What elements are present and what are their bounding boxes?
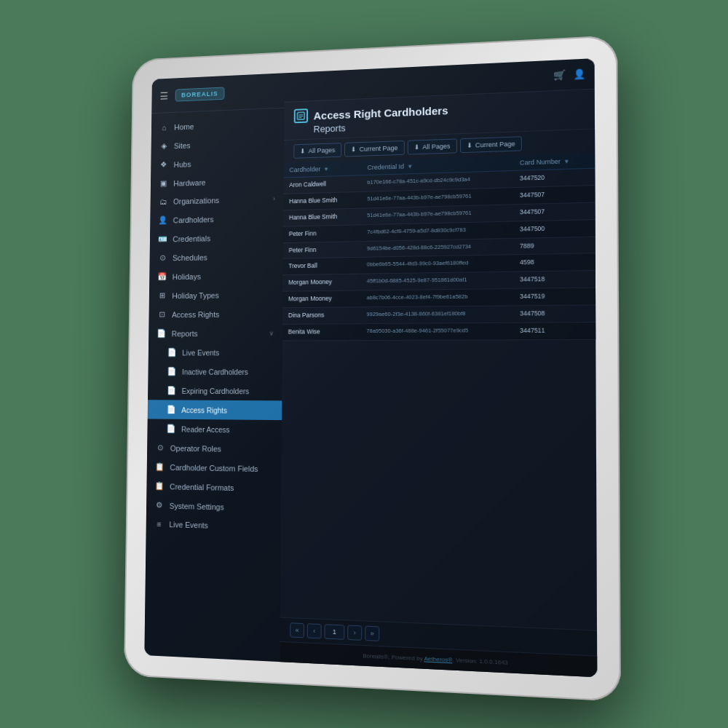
table-row[interactable]: Benita Wise 78a95030-a36f-488e-9461-2f55… (282, 323, 596, 341)
tablet-screen: ☰ BOREALIS ⌂ Home ◈ Sites ❖ Hubs ▣ (144, 58, 597, 677)
cell-credential: 78a95030-a36f-488e-9461-2f55077e9cd5 (361, 323, 514, 340)
sidebar-item-live-events[interactable]: 📄 Live Events (149, 342, 282, 362)
sidebar-item-holidays[interactable]: 📅 Holidays (149, 265, 283, 286)
cell-name: Peter Finn (283, 224, 361, 242)
sidebar-label-credentials: Credentials (173, 234, 210, 243)
svg-rect-0 (298, 112, 305, 119)
sidebar-label-credential-formats: Credential Formats (170, 482, 234, 492)
sidebar-label-expiring-cardholders: Expiring Cardholders (182, 387, 250, 395)
filter-credential-icon[interactable]: ▼ (407, 163, 413, 170)
export-all-pages-label-2: All Pages (422, 143, 450, 151)
sidebar-label-cardholder-custom: Cardholder Custom Fields (170, 463, 258, 473)
credentials-icon: 🪪 (158, 234, 167, 244)
cell-card: 3447519 (514, 288, 596, 306)
last-page-btn[interactable]: » (365, 626, 379, 641)
sidebar-item-holiday-types[interactable]: ⊞ Holiday Types (149, 285, 283, 305)
download-icon-2: ⬇ (351, 146, 357, 153)
download-icon-4: ⬇ (467, 142, 472, 149)
cardholder-custom-icon: 📋 (155, 462, 165, 472)
footer-link[interactable]: Aetheros® (424, 655, 452, 663)
sidebar-item-live-events-bottom[interactable]: ≡ Live Events (146, 515, 281, 537)
sidebar-label-operator-roles: Operator Roles (170, 443, 221, 453)
organizations-icon: 🗂 (159, 197, 168, 206)
reports-icon: 📄 (157, 329, 166, 339)
sidebar-item-expiring-cardholders[interactable]: 📄 Expiring Cardholders (148, 381, 282, 400)
hamburger-icon[interactable]: ☰ (159, 90, 168, 101)
sidebar-item-access-rights[interactable]: ⊡ Access Rights (149, 304, 282, 324)
filter-card-icon[interactable]: ▼ (563, 158, 569, 165)
footer-text: Borealis®, Powered by Aetheros®. Version… (363, 652, 507, 666)
cell-credential: 9929ae60-2f3e-4138-860f-6381ef180bf8 (361, 306, 514, 324)
sidebar-label-home: Home (174, 122, 194, 131)
col-card-number[interactable]: Card Number ▼ (514, 153, 596, 170)
credential-formats-icon: 📋 (154, 481, 164, 491)
sidebar-item-reports[interactable]: 📄 Reports ∨ (149, 323, 282, 343)
sidebar-label-cardholders: Cardholders (173, 215, 214, 224)
cardholders-icon: 👤 (158, 215, 167, 225)
holiday-types-icon: ⊞ (157, 291, 167, 301)
sidebar-label-hubs: Hubs (174, 159, 191, 168)
hardware-icon: ▣ (159, 178, 168, 188)
chevron-down-icon: ∨ (269, 329, 274, 336)
sidebar-label-hardware: Hardware (173, 178, 205, 187)
sidebar-item-reader-access[interactable]: 📄 Reader Access (147, 419, 282, 439)
export-current-page-btn[interactable]: ⬇ Current Page (344, 141, 404, 157)
data-table: Cardholder ▼ Credential Id ▼ (282, 153, 596, 341)
first-page-btn[interactable]: « (290, 622, 304, 638)
home-icon: ⌂ (159, 123, 169, 132)
export-current-page-label: Current Page (360, 144, 398, 153)
filter-cardholder-icon[interactable]: ▼ (323, 165, 329, 172)
cell-card: 4598 (514, 253, 596, 272)
sidebar-item-credential-formats[interactable]: 📋 Credential Formats (146, 476, 281, 498)
sidebar-item-cardholder-custom[interactable]: 📋 Cardholder Custom Fields (147, 457, 282, 479)
page-icon (294, 108, 308, 123)
cell-name: Aron Caldwell (284, 175, 362, 194)
export-all-pages-btn[interactable]: ⬇ All Pages (293, 143, 341, 159)
cell-card: 3447520 (514, 168, 596, 187)
prev-page-btn[interactable]: ‹ (307, 623, 322, 638)
table-container: Cardholder ▼ Credential Id ▼ (280, 153, 597, 630)
cell-credential: 45ff1b0d-6885-4525-9e87-951861d00af1 (361, 272, 514, 290)
sidebar-label-reports: Reports (172, 329, 198, 338)
sidebar-item-operator-roles[interactable]: ⊙ Operator Roles (147, 438, 282, 459)
cell-card: 3447508 (514, 305, 596, 323)
cell-name: Trevor Ball (283, 258, 362, 275)
hubs-icon: ❖ (159, 160, 168, 170)
sidebar-nav: ⌂ Home ◈ Sites ❖ Hubs ▣ Hardware 🗂 Or (144, 108, 284, 662)
sidebar-item-schedules[interactable]: ⊙ Schedules (149, 246, 282, 267)
download-icon-1: ⬇ (300, 148, 306, 155)
cell-name: Benita Wise (282, 324, 361, 341)
sidebar-item-access-rights-sub[interactable]: 📄 Access Rights (148, 400, 282, 420)
sidebar-item-inactive-cardholders[interactable]: 📄 Inactive Cardholders (148, 362, 282, 381)
page-number-input[interactable] (324, 624, 344, 640)
holidays-icon: 📅 (157, 272, 167, 282)
next-page-btn[interactable]: › (347, 625, 362, 641)
top-bar-icons: 🛒 👤 (553, 68, 585, 81)
cell-credential: ab8c7b06-4cce-4023-8ef4-7f9be61a582b (361, 289, 514, 307)
sidebar-label-holidays: Holidays (173, 272, 201, 280)
svg-rect-2 (298, 116, 303, 116)
expiring-cardholders-icon: 📄 (167, 386, 176, 395)
export-all-pages-btn-2[interactable]: ⬇ All Pages (407, 138, 456, 154)
sidebar-label-live-events: Live Events (182, 348, 219, 357)
user-icon[interactable]: 👤 (573, 68, 585, 80)
reader-access-icon: 📄 (166, 424, 175, 433)
cell-credential: 0bbe6b65-5544-4fd3-99c0-93aef6180ffed (361, 255, 514, 274)
sidebar-label-system-settings: System Settings (170, 501, 224, 511)
chevron-right-icon: › (273, 195, 275, 202)
cell-name: Peter Finn (283, 241, 361, 258)
sites-icon: ◈ (159, 141, 169, 151)
cell-card: 3447500 (514, 219, 596, 238)
logo-badge: BOREALIS (175, 87, 224, 101)
sidebar: ☰ BOREALIS ⌂ Home ◈ Sites ❖ Hubs ▣ (144, 73, 285, 662)
cart-icon[interactable]: 🛒 (553, 69, 566, 81)
table-row[interactable]: Dina Parsons 9929ae60-2f3e-4138-860f-638… (282, 305, 596, 324)
cell-name: Hanna Blue Smith (283, 208, 361, 226)
inactive-cardholders-icon: 📄 (167, 367, 176, 376)
sidebar-item-credentials[interactable]: 🪪 Credentials (150, 227, 283, 249)
col-cardholder[interactable]: Cardholder ▼ (284, 161, 362, 178)
export-current-page-btn-2[interactable]: ⬇ Current Page (460, 136, 522, 153)
sidebar-item-cardholders[interactable]: 👤 Cardholders (150, 207, 283, 229)
live-events-bottom-icon: ≡ (154, 520, 164, 529)
cell-name: Morgan Mooney (282, 290, 361, 308)
